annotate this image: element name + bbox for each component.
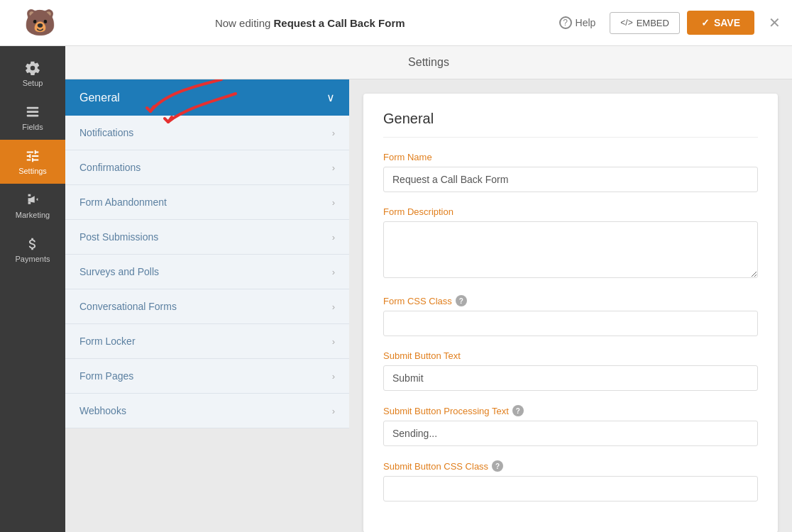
sidebar-item-label: Settings [18, 167, 47, 175]
sidebar-item-label: Setup [23, 79, 43, 87]
submit-button-text-input[interactable] [383, 365, 758, 391]
top-actions: ? Help </> EMBED ✓ SAVE ✕ [552, 11, 781, 35]
settings-body: General ∨ Notifications › [65, 79, 792, 532]
menu-item-webhooks[interactable]: Webhooks › [65, 394, 349, 428]
setup-icon [25, 60, 40, 76]
menu-item-post-submissions[interactable]: Post Submissions › [65, 220, 349, 255]
settings-menu: General ∨ Notifications › [65, 79, 349, 532]
help-icon[interactable]: ? [456, 295, 467, 306]
menu-item-surveys-polls[interactable]: Surveys and Polls › [65, 255, 349, 289]
logo-bear: 🐻 [24, 8, 56, 38]
embed-code-icon: </> [620, 18, 632, 28]
form-description-group: Form Description [383, 206, 758, 281]
annotation-arrows [108, 79, 250, 143]
sidebar-item-settings[interactable]: Settings [0, 140, 65, 184]
chevron-right-icon: › [332, 232, 335, 243]
submit-button-processing-text-input[interactable] [383, 421, 758, 446]
submit-button-processing-text-group: Submit Button Processing Text ? [383, 405, 758, 446]
form-name-input[interactable] [383, 167, 758, 192]
help-icon[interactable]: ? [512, 405, 524, 416]
form-description-input[interactable] [383, 221, 758, 278]
svg-rect-2 [27, 115, 39, 117]
svg-rect-1 [27, 111, 39, 113]
form-description-label: Form Description [383, 206, 758, 217]
menu-item-confirmations[interactable]: Confirmations › [65, 150, 349, 185]
checkmark-icon: ✓ [701, 17, 710, 28]
logo-area: 🐻 [11, 8, 68, 38]
content-area: Settings General ∨ [65, 46, 792, 532]
help-button[interactable]: ? Help [552, 12, 603, 33]
main-layout: Setup Fields Settings Marketing [0, 46, 792, 532]
form-css-class-label: Form CSS Class ? [383, 295, 758, 306]
panel-title: General [383, 111, 758, 138]
embed-button[interactable]: </> EMBED [610, 12, 680, 34]
chevron-down-icon: ∨ [326, 91, 335, 104]
svg-rect-0 [27, 107, 39, 109]
chevron-right-icon: › [332, 371, 335, 382]
chevron-right-icon: › [332, 197, 335, 208]
general-form-panel: General Form Name Form Description [363, 94, 778, 532]
top-bar: 🐻 Now editing Request a Call Back Form ?… [0, 0, 792, 46]
menu-item-general-header[interactable]: General ∨ [65, 79, 349, 116]
sidebar-item-fields[interactable]: Fields [0, 96, 65, 140]
help-icon[interactable]: ? [492, 460, 503, 472]
close-button[interactable]: ✕ [769, 14, 781, 31]
help-icon: ? [559, 16, 572, 29]
settings-sliders-icon [25, 148, 40, 164]
chevron-right-icon: › [332, 301, 335, 312]
sidebar-item-setup[interactable]: Setup [0, 52, 65, 96]
payments-icon [25, 236, 40, 252]
submit-button-css-class-input[interactable] [383, 476, 758, 501]
submit-button-css-class-group: Submit Button CSS Class ? [383, 460, 758, 501]
sidebar-item-label: Marketing [16, 211, 50, 219]
save-button[interactable]: ✓ SAVE [687, 11, 754, 35]
fields-icon [25, 104, 40, 120]
left-sidebar: Setup Fields Settings Marketing [0, 46, 65, 532]
sidebar-item-payments[interactable]: Payments [0, 228, 65, 272]
submit-button-text-label: Submit Button Text [383, 350, 758, 361]
form-css-class-group: Form CSS Class ? [383, 295, 758, 336]
form-css-class-input[interactable] [383, 311, 758, 336]
sidebar-item-marketing[interactable]: Marketing [0, 184, 65, 228]
submit-button-processing-text-label: Submit Button Processing Text ? [383, 405, 758, 416]
settings-page-header: Settings [65, 46, 792, 79]
editing-label: Now editing Request a Call Back Form [68, 17, 552, 29]
menu-item-form-abandonment[interactable]: Form Abandonment › [65, 185, 349, 220]
menu-item-form-pages[interactable]: Form Pages › [65, 359, 349, 394]
submit-button-text-group: Submit Button Text [383, 350, 758, 391]
chevron-right-icon: › [332, 128, 335, 138]
submit-button-css-class-label: Submit Button CSS Class ? [383, 460, 758, 472]
chevron-right-icon: › [332, 162, 335, 173]
chevron-right-icon: › [332, 336, 335, 347]
marketing-icon [25, 192, 40, 208]
sidebar-item-label: Payments [16, 255, 50, 263]
menu-item-form-locker[interactable]: Form Locker › [65, 324, 349, 359]
right-panel: General Form Name Form Description [349, 79, 792, 532]
menu-item-conversational-forms[interactable]: Conversational Forms › [65, 289, 349, 324]
form-name-group: Form Name [383, 152, 758, 192]
chevron-right-icon: › [332, 267, 335, 277]
sidebar-item-label: Fields [22, 123, 43, 131]
form-name-label: Form Name [383, 152, 758, 162]
chevron-right-icon: › [332, 406, 335, 416]
